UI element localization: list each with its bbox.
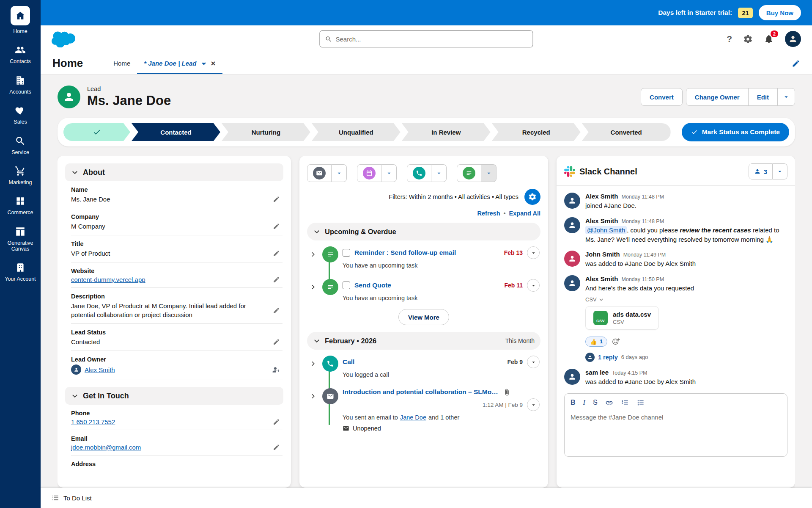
expand-chevron-icon[interactable] <box>310 360 316 367</box>
sidebar-item-contacts[interactable]: Contacts <box>2 44 39 64</box>
sidebar-item-generative-canvas[interactable]: Generative Canvas <box>2 226 39 252</box>
item-actions-button[interactable] <box>527 279 540 292</box>
task-link[interactable]: Reminder : Send follow-up email <box>354 249 456 257</box>
owner-link[interactable]: Alex Smith <box>85 366 115 373</box>
mark-status-complete-button[interactable]: Mark Status as Complete <box>682 123 789 141</box>
message-text: And here's the ads data you requested <box>585 284 787 293</box>
sidebar-item-marketing[interactable]: Marketing <box>2 166 39 185</box>
call-link[interactable]: Call <box>343 358 354 366</box>
task-checkbox[interactable] <box>343 282 350 289</box>
slack-dropdown-button[interactable] <box>773 163 787 179</box>
email-dropdown-button[interactable] <box>332 164 347 182</box>
message-author: Alex Smith <box>585 193 618 200</box>
slack-message-input[interactable]: Message the #Jane Doe channel <box>571 414 781 421</box>
path-stage-completed[interactable] <box>63 123 130 141</box>
item-actions-button[interactable] <box>527 246 540 259</box>
path-stage-in-review[interactable]: In Review <box>402 123 491 141</box>
view-more-button[interactable]: View More <box>398 309 449 325</box>
gear-icon[interactable] <box>743 34 753 44</box>
tab-close-icon[interactable]: × <box>211 59 216 67</box>
task-dropdown-button[interactable] <box>481 164 497 182</box>
csv-collapse-toggle[interactable]: CSV <box>585 296 787 303</box>
italic-icon[interactable]: I <box>583 399 585 406</box>
user-avatar[interactable] <box>785 31 801 47</box>
sidebar-item-accounts[interactable]: Accounts <box>2 75 39 95</box>
sidebar-item-your-account[interactable]: Your Account <box>2 262 39 282</box>
reaction-pill[interactable]: 👍 1 <box>585 337 607 347</box>
task-link[interactable]: Send Quote <box>354 282 391 289</box>
edit-pencil-icon[interactable] <box>273 196 280 203</box>
field-label: Website <box>71 268 283 274</box>
month-section-header[interactable]: February • 2026 This Month <box>307 332 540 350</box>
path-stage-recycled[interactable]: Recycled <box>492 123 581 141</box>
item-actions-button[interactable] <box>527 398 540 411</box>
path-stage-contacted[interactable]: Contacted <box>132 123 220 141</box>
slack-members-button[interactable]: 3 <box>749 163 773 179</box>
activity-settings-button[interactable] <box>524 189 540 205</box>
call-dropdown-button[interactable] <box>431 164 447 182</box>
edit-pencil-icon[interactable] <box>273 418 280 425</box>
website-link[interactable]: content-dummy.vercel.app <box>71 276 145 283</box>
expand-chevron-icon[interactable] <box>310 393 316 400</box>
change-owner-icon[interactable] <box>272 366 280 374</box>
sidebar-item-sales[interactable]: Sales <box>2 105 39 125</box>
numbered-list-icon[interactable] <box>621 399 629 407</box>
notifications-button[interactable]: 2 <box>764 34 774 44</box>
strikethrough-icon[interactable]: S <box>593 399 598 406</box>
global-search[interactable] <box>320 30 533 47</box>
mention-chip[interactable]: @John Smith <box>585 226 627 234</box>
compose-email-button[interactable] <box>307 164 332 182</box>
more-actions-button[interactable] <box>777 88 795 106</box>
upcoming-overdue-header[interactable]: Upcoming & Overdue <box>307 223 540 240</box>
edit-pencil-icon[interactable] <box>273 307 280 314</box>
phone-link[interactable]: 1 650 213 7552 <box>71 418 115 425</box>
edit-pencil-icon[interactable] <box>273 250 280 257</box>
refresh-link[interactable]: Refresh <box>477 210 500 217</box>
task-checkbox[interactable] <box>343 249 350 257</box>
edit-pencil-icon[interactable] <box>273 276 280 283</box>
edit-pencil-icon[interactable] <box>273 223 280 230</box>
file-attachment-card[interactable]: CSV ads data.csv CSV <box>585 306 659 330</box>
path-stage-nurturing[interactable]: Nurturing <box>222 123 310 141</box>
bold-icon[interactable]: B <box>571 399 576 406</box>
help-icon[interactable]: ? <box>727 34 732 44</box>
chevron-down-icon <box>71 168 79 176</box>
email-link[interactable]: Introduction and potential collaboration… <box>343 388 499 396</box>
path-stage-converted[interactable]: Converted <box>582 123 671 141</box>
convert-button[interactable]: Convert <box>641 88 683 106</box>
recipient-link[interactable]: Jane Doe <box>400 414 426 421</box>
expand-chevron-icon[interactable] <box>310 284 316 290</box>
bullet-list-icon[interactable] <box>636 399 645 407</box>
expand-chevron-icon[interactable] <box>310 251 316 258</box>
new-task-button[interactable] <box>457 164 481 182</box>
link-icon[interactable] <box>605 399 613 407</box>
sidebar-item-commerce[interactable]: Commerce <box>2 196 39 215</box>
edit-pencil-icon[interactable] <box>273 444 280 451</box>
tab-jane-doe-lead[interactable]: * Jane Doe | Lead × <box>137 52 222 74</box>
get-in-touch-section-header[interactable]: Get in Touch <box>65 387 283 405</box>
email-link[interactable]: jdoe.mobbin@gmail.com <box>71 444 141 451</box>
search-input[interactable] <box>336 36 528 43</box>
path-stage-unqualified[interactable]: Unqualified <box>312 123 401 141</box>
todo-list-button[interactable]: To Do List <box>63 494 92 502</box>
thread-replies[interactable]: 1 reply 6 days ago <box>585 353 787 362</box>
about-section-header[interactable]: About <box>65 163 283 181</box>
edit-page-pencil-icon[interactable] <box>792 59 800 68</box>
add-reaction-icon[interactable] <box>612 337 621 346</box>
activity-filters-text[interactable]: Filters: Within 2 months • All activitie… <box>389 193 518 200</box>
tab-dropdown-icon[interactable] <box>200 60 207 67</box>
event-dropdown-button[interactable] <box>381 164 397 182</box>
edit-button[interactable]: Edit <box>748 88 778 106</box>
new-event-button[interactable] <box>357 164 381 182</box>
sidebar-label: Service <box>11 149 29 155</box>
reply-link[interactable]: 1 reply <box>598 354 618 361</box>
log-call-button[interactable] <box>407 164 431 182</box>
edit-pencil-icon[interactable] <box>273 338 280 345</box>
item-actions-button[interactable] <box>527 356 540 368</box>
sidebar-item-service[interactable]: Service <box>2 135 39 155</box>
sidebar-item-home[interactable]: Home <box>2 6 39 34</box>
buy-now-button[interactable]: Buy Now <box>759 5 801 20</box>
change-owner-button[interactable]: Change Owner <box>686 88 749 106</box>
expand-all-link[interactable]: Expand All <box>509 210 540 217</box>
tab-home[interactable]: Home <box>107 52 137 74</box>
